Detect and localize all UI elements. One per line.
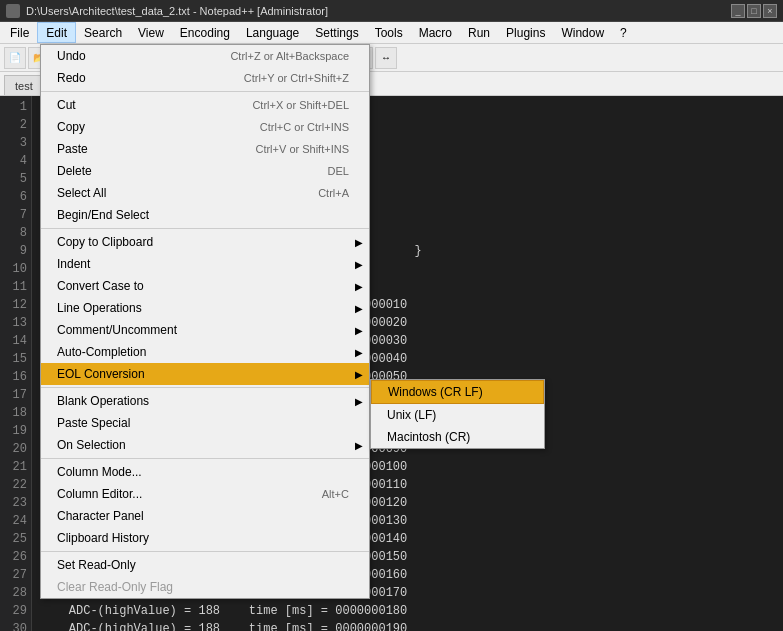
menu-item-redo[interactable]: RedoCtrl+Y or Ctrl+Shift+Z	[41, 67, 369, 89]
submenu-arrow-icon: ▶	[355, 440, 363, 451]
eol-option-macintosh_cr[interactable]: Macintosh (CR)	[371, 426, 544, 448]
line-number: 22	[4, 476, 27, 494]
maximize-button[interactable]: □	[747, 4, 761, 18]
line-number: 6	[4, 188, 27, 206]
menu-item-label: Line Operations	[57, 301, 142, 315]
line-number: 12	[4, 296, 27, 314]
menu-search[interactable]: Search	[76, 22, 130, 43]
menu-tools[interactable]: Tools	[367, 22, 411, 43]
tab-tab1[interactable]: test	[4, 75, 44, 95]
line-number: 29	[4, 602, 27, 620]
menu-item-paste[interactable]: PasteCtrl+V or Shift+INS	[41, 138, 369, 160]
line-number: 18	[4, 404, 27, 422]
line-number: 14	[4, 332, 27, 350]
menu-item-undo[interactable]: UndoCtrl+Z or Alt+Backspace	[41, 45, 369, 67]
menu-macro[interactable]: Macro	[411, 22, 460, 43]
editor-line: ADC-(highValue) = 188 time [ms] = 000000…	[40, 620, 775, 631]
menu-item-label: Comment/Uncomment	[57, 323, 177, 337]
menu-item-label: Paste Special	[57, 416, 130, 430]
line-number: 27	[4, 566, 27, 584]
menu-item-comment_uncomment[interactable]: Comment/Uncomment▶	[41, 319, 369, 341]
menu-item-paste_special[interactable]: Paste Special	[41, 412, 369, 434]
menu-item-label: Clipboard History	[57, 531, 149, 545]
menu-separator	[41, 458, 369, 459]
line-number: 1	[4, 98, 27, 116]
menu-item-label: Character Panel	[57, 509, 144, 523]
edit-menu: UndoCtrl+Z or Alt+BackspaceRedoCtrl+Y or…	[40, 44, 370, 599]
menu-item-line_operations[interactable]: Line Operations▶	[41, 297, 369, 319]
menu-item-convert_case[interactable]: Convert Case to▶	[41, 275, 369, 297]
menu-item-cut[interactable]: CutCtrl+X or Shift+DEL	[41, 94, 369, 116]
line-number: 8	[4, 224, 27, 242]
submenu-arrow-icon: ▶	[355, 396, 363, 407]
line-number: 21	[4, 458, 27, 476]
menu-view[interactable]: View	[130, 22, 172, 43]
close-button[interactable]: ×	[763, 4, 777, 18]
line-numbers: 1234567891011121314151617181920212223242…	[0, 96, 32, 631]
menu-item-indent[interactable]: Indent▶	[41, 253, 369, 275]
menu-item-select_all[interactable]: Select AllCtrl+A	[41, 182, 369, 204]
line-number: 30	[4, 620, 27, 631]
menu-run[interactable]: Run	[460, 22, 498, 43]
menu-file[interactable]: File	[2, 22, 37, 43]
menu-item-eol_conversion[interactable]: EOL Conversion▶	[41, 363, 369, 385]
menu-help[interactable]: ?	[612, 22, 635, 43]
line-number: 11	[4, 278, 27, 296]
line-number: 7	[4, 206, 27, 224]
menu-settings[interactable]: Settings	[307, 22, 366, 43]
menu-item-shortcut: DEL	[308, 165, 349, 177]
line-number: 5	[4, 170, 27, 188]
new-button[interactable]: 📄	[4, 47, 26, 69]
menu-encoding[interactable]: Encoding	[172, 22, 238, 43]
menu-item-delete[interactable]: DeleteDEL	[41, 160, 369, 182]
menu-item-clipboard_history[interactable]: Clipboard History	[41, 527, 369, 549]
menu-item-copy_to_clipboard[interactable]: Copy to Clipboard▶	[41, 231, 369, 253]
menu-plugins[interactable]: Plugins	[498, 22, 553, 43]
menu-item-column_mode[interactable]: Column Mode...	[41, 461, 369, 483]
submenu-arrow-icon: ▶	[355, 347, 363, 358]
menu-separator	[41, 228, 369, 229]
menu-item-on_selection[interactable]: On Selection▶	[41, 434, 369, 456]
menu-item-label: Delete	[57, 164, 92, 178]
line-number: 17	[4, 386, 27, 404]
menu-item-blank_operations[interactable]: Blank Operations▶	[41, 390, 369, 412]
submenu-arrow-icon: ▶	[355, 237, 363, 248]
menu-item-begin_end_select[interactable]: Begin/End Select	[41, 204, 369, 226]
eol-option-windows_crlf[interactable]: Windows (CR LF)	[371, 380, 544, 404]
menu-item-label: On Selection	[57, 438, 126, 452]
menu-bar: FileEditSearchViewEncodingLanguageSettin…	[0, 22, 783, 44]
menu-item-label: Undo	[57, 49, 86, 63]
menu-item-character_panel[interactable]: Character Panel	[41, 505, 369, 527]
app-icon	[6, 4, 20, 18]
title-bar: D:\Users\Architect\test_data_2.txt - Not…	[0, 0, 783, 22]
menu-item-shortcut: Ctrl+Y or Ctrl+Shift+Z	[224, 72, 349, 84]
eol-option-unix_lf[interactable]: Unix (LF)	[371, 404, 544, 426]
line-number: 23	[4, 494, 27, 512]
minimize-button[interactable]: _	[731, 4, 745, 18]
line-number: 13	[4, 314, 27, 332]
menu-item-copy[interactable]: CopyCtrl+C or Ctrl+INS	[41, 116, 369, 138]
menu-item-label: Begin/End Select	[57, 208, 149, 222]
window-controls: _ □ ×	[731, 4, 777, 18]
sync-scroll-h[interactable]: ↔	[375, 47, 397, 69]
menu-separator	[41, 387, 369, 388]
line-number: 24	[4, 512, 27, 530]
menu-item-auto_completion[interactable]: Auto-Completion▶	[41, 341, 369, 363]
menu-edit[interactable]: Edit	[37, 22, 76, 43]
eol-submenu: Windows (CR LF)Unix (LF)Macintosh (CR)	[370, 379, 545, 449]
menu-item-set_read_only[interactable]: Set Read-Only	[41, 554, 369, 576]
menu-item-column_editor[interactable]: Column Editor...Alt+C	[41, 483, 369, 505]
line-number: 20	[4, 440, 27, 458]
menu-item-label: Column Editor...	[57, 487, 142, 501]
menu-window[interactable]: Window	[553, 22, 612, 43]
editor-line: ADC-(highValue) = 188 time [ms] = 000000…	[40, 602, 775, 620]
menu-item-label: Paste	[57, 142, 88, 156]
menu-item-label: Blank Operations	[57, 394, 149, 408]
menu-item-label: EOL Conversion	[57, 367, 145, 381]
submenu-arrow-icon: ▶	[355, 281, 363, 292]
menu-item-label: Redo	[57, 71, 86, 85]
line-number: 10	[4, 260, 27, 278]
submenu-arrow-icon: ▶	[355, 303, 363, 314]
menu-separator	[41, 551, 369, 552]
menu-language[interactable]: Language	[238, 22, 307, 43]
